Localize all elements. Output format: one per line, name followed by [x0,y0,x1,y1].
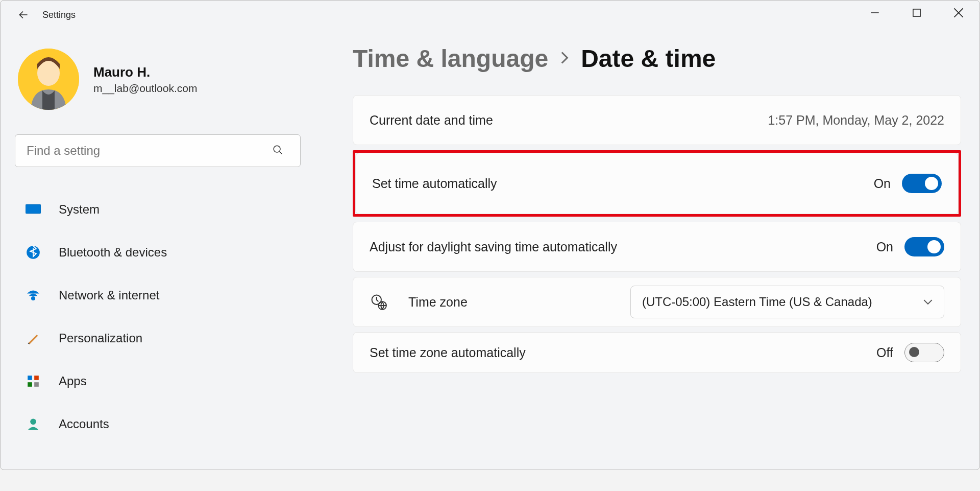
sidebar-item-label: Personalization [59,331,142,345]
timezone-row: Time zone (UTC-05:00) Eastern Time (US &… [353,277,961,327]
chevron-down-icon [923,299,933,305]
timezone-selected: (UTC-05:00) Eastern Time (US & Canada) [642,295,872,309]
window-controls [854,1,979,25]
dst-auto-toggle[interactable] [904,237,944,256]
svg-rect-9 [34,376,39,380]
profile-email: m__lab@outlook.com [93,82,197,95]
accounts-icon [25,416,41,432]
highlight-set-time-auto: Set time automatically On [353,150,961,217]
svg-point-3 [274,146,280,152]
tz-auto-state: Off [876,345,893,360]
settings-window: Settings [0,0,980,470]
set-time-auto-row: Set time automatically On [356,153,958,214]
system-icon [25,201,41,218]
sidebar-item-label: System [59,202,100,217]
breadcrumb-current: Date & time [581,44,716,73]
maximize-icon [912,8,921,17]
sidebar-item-accounts[interactable]: Accounts [15,406,298,442]
dst-auto-label: Adjust for daylight saving time automati… [370,240,876,254]
current-dt-value: 1:57 PM, Monday, May 2, 2022 [768,113,944,128]
svg-rect-4 [26,204,41,214]
sidebar-item-label: Accounts [59,417,109,431]
sidebar-item-label: Network & internet [59,288,159,302]
search-input[interactable] [15,134,301,167]
set-time-auto-toggle[interactable] [902,174,942,193]
app-title: Settings [42,10,76,20]
current-dt-label: Current date and time [370,113,768,128]
sidebar-item-network[interactable]: Network & internet [15,277,298,313]
sidebar-item-system[interactable]: System [15,192,298,227]
sidebar: Mauro H. m__lab@outlook.com System [1,29,312,470]
current-datetime-row: Current date and time 1:57 PM, Monday, M… [353,95,961,145]
profile-block[interactable]: Mauro H. m__lab@outlook.com [15,49,298,110]
personalization-icon [25,330,41,346]
sidebar-item-bluetooth[interactable]: Bluetooth & devices [15,235,298,270]
minimize-button[interactable] [854,1,896,25]
sidebar-item-label: Apps [59,374,87,388]
dst-auto-row: Adjust for daylight saving time automati… [353,222,961,272]
tz-auto-toggle[interactable] [904,343,944,362]
svg-rect-11 [34,382,39,387]
svg-point-12 [30,419,36,425]
minimize-icon [870,8,879,17]
search-box [15,134,298,167]
tz-auto-row: Set time zone automatically Off [353,332,961,373]
apps-icon [25,373,41,389]
titlebar: Settings [1,1,979,29]
chevron-right-icon [559,48,570,69]
nav-list: System Bluetooth & devices Network & int… [15,192,298,442]
profile-name: Mauro H. [93,64,197,80]
back-button[interactable] [13,4,34,26]
timezone-select[interactable]: (UTC-05:00) Eastern Time (US & Canada) [630,286,944,318]
set-time-auto-state: On [874,176,891,191]
close-button[interactable] [938,1,979,25]
main-content: Time & language Date & time Current date… [312,29,979,470]
breadcrumb: Time & language Date & time [353,44,961,73]
tz-auto-label: Set time zone automatically [370,345,876,360]
set-time-auto-label: Set time automatically [372,176,874,191]
timezone-label: Time zone [408,295,630,310]
breadcrumb-parent[interactable]: Time & language [353,44,548,73]
svg-rect-8 [28,376,32,380]
sidebar-item-personalization[interactable]: Personalization [15,320,298,356]
search-icon [272,144,283,157]
sidebar-item-label: Bluetooth & devices [59,245,167,260]
maximize-button[interactable] [896,1,938,25]
timezone-icon [370,293,388,311]
dst-auto-state: On [876,240,893,254]
arrow-left-icon [17,8,30,21]
wifi-icon [25,287,41,303]
bluetooth-icon [25,244,41,261]
avatar [18,49,79,110]
close-icon [953,8,964,18]
svg-rect-0 [913,9,920,16]
svg-point-7 [32,297,34,299]
svg-rect-10 [28,382,32,387]
sidebar-item-apps[interactable]: Apps [15,363,298,399]
